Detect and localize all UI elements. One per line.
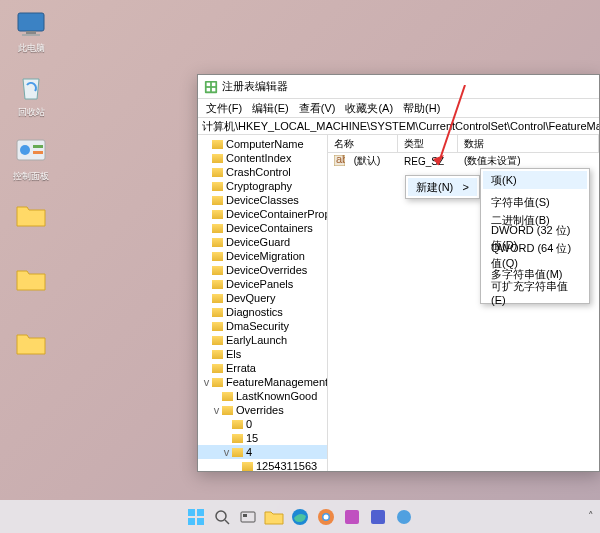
tree-item[interactable]: DevQuery (198, 291, 327, 305)
icon-label: 此电脑 (18, 42, 45, 55)
desktop-icon-recycle[interactable]: 回收站 (10, 72, 52, 122)
svg-text:ab: ab (336, 155, 345, 165)
list-header: 名称 类型 数据 (328, 135, 599, 153)
tree-item[interactable]: 0 (198, 417, 327, 431)
folder-icon (212, 140, 223, 149)
icon-label: 回收站 (18, 106, 45, 119)
search-button[interactable] (211, 506, 233, 528)
menu-fav[interactable]: 收藏夹(A) (341, 101, 397, 116)
col-name[interactable]: 名称 (328, 135, 398, 152)
tree-item[interactable]: 15 (198, 431, 327, 445)
folder-icon (212, 196, 223, 205)
tree-item[interactable]: ComputerName (198, 137, 327, 151)
tree-label: DeviceClasses (226, 194, 299, 206)
tree-label: DmaSecurity (226, 320, 289, 332)
svg-rect-28 (345, 510, 359, 524)
tree-item[interactable]: DevicePanels (198, 277, 327, 291)
expand-icon[interactable]: v (212, 404, 221, 416)
svg-rect-11 (212, 87, 216, 91)
cell-name: ab (默认) (328, 154, 398, 168)
app-button-2[interactable] (367, 506, 389, 528)
svg-rect-0 (18, 13, 44, 31)
col-data[interactable]: 数据 (458, 135, 599, 152)
tree-item[interactable]: vFeatureManagement (198, 375, 327, 389)
desktop-icon-folder3[interactable] (10, 328, 52, 378)
menu-file[interactable]: 文件(F) (202, 101, 246, 116)
svg-rect-2 (22, 34, 40, 36)
tree-item[interactable]: DeviceClasses (198, 193, 327, 207)
ctx-key[interactable]: 项(K) (483, 171, 587, 189)
desktop-icon-control[interactable]: 控制面板 (10, 136, 52, 186)
chrome-button[interactable] (315, 506, 337, 528)
folder-icon (212, 210, 223, 219)
tree-item[interactable]: v4 (198, 445, 327, 459)
tree-item[interactable]: DeviceContainers (198, 221, 327, 235)
tree-item[interactable]: Errata (198, 361, 327, 375)
desktop-icons: 此电脑 回收站 控制面板 (10, 8, 52, 392)
taskview-button[interactable] (237, 506, 259, 528)
desktop-icon-computer[interactable]: 此电脑 (10, 8, 52, 58)
tree-label: ComputerName (226, 138, 304, 150)
expand-icon[interactable]: v (202, 376, 211, 388)
folder-icon (222, 392, 233, 401)
svg-point-4 (20, 145, 30, 155)
tree-item[interactable]: 1254311563 (198, 459, 327, 471)
icon-label: 控制面板 (13, 170, 49, 183)
ctx-qword[interactable]: QWORD (64 位)值(Q) (483, 247, 587, 265)
col-type[interactable]: 类型 (398, 135, 458, 152)
ctx-string[interactable]: 字符串值(S) (483, 193, 587, 211)
explorer-button[interactable] (263, 506, 285, 528)
folder-icon (212, 224, 223, 233)
tree-label: DevicePanels (226, 278, 293, 290)
folder-icon (212, 322, 223, 331)
start-button[interactable] (185, 506, 207, 528)
tree-item[interactable]: Cryptography (198, 179, 327, 193)
tree-item[interactable]: CrashControl (198, 165, 327, 179)
tray-chevron-icon[interactable]: ˄ (588, 510, 594, 523)
tree-label: DeviceGuard (226, 236, 290, 248)
system-tray[interactable]: ˄ (588, 510, 594, 523)
desktop-icon-folder1[interactable] (10, 200, 52, 250)
ctx-expstring[interactable]: 可扩充字符串值(E) (483, 283, 587, 301)
expand-icon[interactable]: v (222, 446, 231, 458)
list-row[interactable]: ab (默认) REG_SZ (数值未设置) (328, 153, 599, 169)
svg-rect-17 (197, 509, 204, 516)
tree-item[interactable]: Diagnostics (198, 305, 327, 319)
edge-button[interactable] (289, 506, 311, 528)
tree-label: 15 (246, 432, 258, 444)
menu-help[interactable]: 帮助(H) (399, 101, 444, 116)
tree-item[interactable]: Els (198, 347, 327, 361)
tree-item[interactable]: DeviceOverrides (198, 263, 327, 277)
app-button[interactable] (341, 506, 363, 528)
svg-point-27 (324, 514, 329, 519)
desktop-icon-folder2[interactable] (10, 264, 52, 314)
folder-icon (212, 294, 223, 303)
tree-label: DevQuery (226, 292, 276, 304)
tree-pane[interactable]: ComputerNameContentIndexCrashControlCryp… (198, 135, 328, 471)
tree-item[interactable]: EarlyLaunch (198, 333, 327, 347)
address-bar[interactable]: 计算机\HKEY_LOCAL_MACHINE\SYSTEM\CurrentCon… (198, 117, 599, 135)
tree-item[interactable]: ContentIndex (198, 151, 327, 165)
svg-rect-8 (207, 82, 211, 86)
tree-item[interactable]: DmaSecurity (198, 319, 327, 333)
menu-view[interactable]: 查看(V) (295, 101, 340, 116)
tree-item[interactable]: DeviceMigration (198, 249, 327, 263)
folder-icon (212, 168, 223, 177)
tree-item[interactable]: LastKnownGood (198, 389, 327, 403)
ctx-label: 可扩充字符串值(E) (491, 279, 579, 306)
ctx-new[interactable]: 新建(N)> (408, 178, 477, 196)
tree-label: Els (226, 348, 241, 360)
app-button-3[interactable] (393, 506, 415, 528)
folder-icon (15, 200, 47, 232)
svg-rect-18 (188, 518, 195, 525)
tree-item[interactable]: vOverrides (198, 403, 327, 417)
menubar: 文件(F) 编辑(E) 查看(V) 收藏夹(A) 帮助(H) (198, 99, 599, 117)
folder-icon (212, 336, 223, 345)
folder-icon (212, 238, 223, 247)
menu-edit[interactable]: 编辑(E) (248, 101, 293, 116)
titlebar[interactable]: 注册表编辑器 (198, 75, 599, 99)
tree-item[interactable]: DeviceGuard (198, 235, 327, 249)
folder-icon (212, 280, 223, 289)
tree-item[interactable]: DeviceContainerPropertyUpda (198, 207, 327, 221)
svg-rect-19 (197, 518, 204, 525)
